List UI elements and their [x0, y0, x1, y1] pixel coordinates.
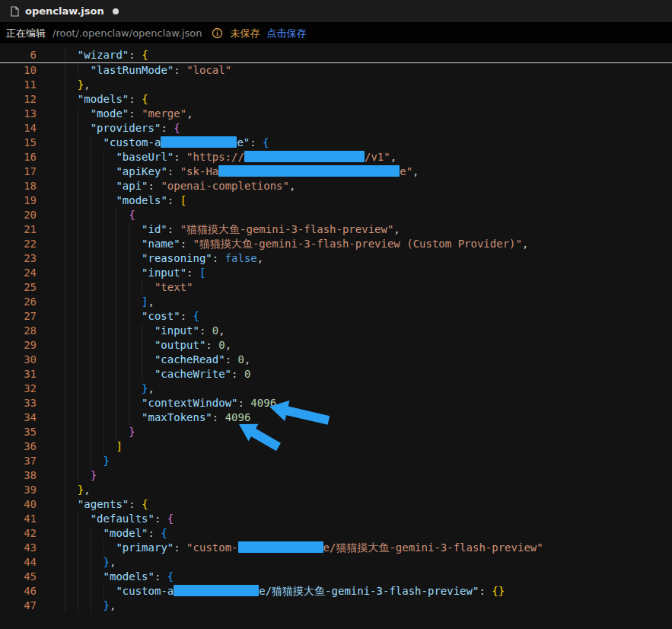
code-line[interactable]: 26], [0, 295, 672, 309]
code-line[interactable]: 21"id": "猫猫摸大鱼-gemini-3-flash-preview", [0, 222, 672, 237]
code-token: : [479, 585, 492, 597]
code-token: ] [116, 440, 122, 452]
indent-guide [91, 193, 104, 208]
unsaved-dot-icon [113, 8, 119, 14]
code-line[interactable]: 41"defaults": { [0, 512, 672, 526]
code-editor[interactable]: 6"wizard": { 10"lastRunMode": "local"11}… [0, 43, 672, 613]
indent-guide [91, 367, 104, 382]
indent-guide [65, 251, 78, 266]
redaction-block [244, 151, 365, 162]
code-line[interactable]: 43"primary": "custom-e/猫猫摸大鱼-gemini-3-fl… [0, 541, 672, 555]
code-token: , [257, 252, 263, 264]
code-line[interactable]: 24"input": [ [0, 266, 672, 280]
code-line[interactable]: 44}, [0, 555, 672, 570]
code-token: "id" [142, 223, 167, 235]
code-line[interactable]: 36] [0, 439, 672, 454]
code-line[interactable]: 25"text" [0, 280, 672, 295]
code-token: "baseUrl" [116, 151, 174, 163]
code-token: {} [492, 585, 505, 597]
code-text: "primary": "custom-e/猫猫摸大鱼-gemini-3-flas… [65, 541, 543, 555]
indent-guide [142, 367, 154, 382]
indent-guide [91, 570, 104, 584]
code-line[interactable]: 38} [0, 468, 672, 483]
indent-guide [129, 353, 142, 367]
code-line[interactable]: 17"apiKey": "sk-Hae", [0, 164, 672, 179]
code-line[interactable]: 6"wizard": { [0, 48, 672, 62]
indent-guide [104, 396, 116, 410]
indent-guide [78, 410, 91, 425]
code-token: "output" [154, 339, 205, 351]
code-text: "input": [ [65, 266, 205, 280]
code-text: }, [65, 555, 116, 570]
code-line[interactable]: 28"input": 0, [0, 324, 672, 338]
indent-guide [65, 526, 78, 541]
code-line[interactable]: 34"maxTokens": 4096 [0, 410, 672, 425]
code-token: , [148, 295, 154, 308]
code-text: } [65, 454, 110, 468]
code-line[interactable]: 35} [0, 425, 672, 439]
code-line[interactable]: 11}, [0, 78, 672, 92]
indent-guide [129, 382, 142, 396]
code-line[interactable]: 20{ [0, 208, 672, 222]
code-text: "cacheWrite": 0 [65, 367, 250, 382]
line-number: 13 [0, 107, 37, 121]
indent-guide [65, 497, 78, 512]
code-line[interactable]: 18"api": "openai-completions", [0, 179, 672, 193]
code-text: "lastRunMode": "local" [65, 63, 231, 78]
indent-guide [129, 396, 142, 410]
code-line[interactable]: 37} [0, 454, 672, 468]
code-line[interactable]: 42"model": { [0, 526, 672, 541]
indent-guide [129, 367, 142, 382]
code-line[interactable]: 29"output": 0, [0, 338, 672, 353]
code-line[interactable]: 46"custom-ae/猫猫摸大鱼-gemini-3-flash-previe… [0, 584, 672, 599]
code-token: : [205, 339, 218, 351]
code-line[interactable]: 32}, [0, 382, 672, 396]
code-line[interactable]: 14"providers": { [0, 121, 672, 136]
code-line[interactable]: 10"lastRunMode": "local" [0, 63, 672, 78]
code-text: "defaults": { [65, 512, 174, 526]
code-text: "model": { [65, 526, 167, 541]
code-text: "agents": { [65, 497, 148, 512]
code-line[interactable]: 12"models": { [0, 92, 672, 107]
indent-guide [91, 222, 104, 237]
indent-guide [78, 251, 91, 266]
indent-guide [91, 179, 104, 193]
code-line[interactable]: 22"name": "猫猫摸大鱼-gemini-3-flash-preview … [0, 237, 672, 251]
line-number: 16 [0, 150, 37, 164]
code-line[interactable]: 27"cost": { [0, 309, 672, 324]
indent-guide [142, 280, 154, 295]
code-line[interactable]: 15"custom-ae": { [0, 136, 672, 150]
code-text: "baseUrl": "https:///v1", [65, 150, 397, 164]
code-token: : [154, 570, 167, 583]
code-line[interactable]: 31"cacheWrite": 0 [0, 367, 672, 382]
indent-guide [91, 295, 104, 309]
indent-guide [65, 92, 78, 107]
code-line[interactable]: 47}, [0, 599, 672, 613]
indent-guide [104, 150, 116, 164]
indent-guide [65, 410, 78, 425]
code-line[interactable]: 19"models": [ [0, 193, 672, 208]
code-line[interactable]: 45"models": { [0, 570, 672, 584]
indent-guide [104, 237, 116, 251]
indent-guide [78, 208, 91, 222]
code-token: "custom-a [104, 136, 161, 148]
code-line[interactable]: 23"reasoning": false, [0, 251, 672, 266]
code-line[interactable]: 39}, [0, 483, 672, 497]
indent-guide [116, 237, 129, 251]
code-token: "models" [104, 570, 154, 583]
code-token: "openai-completions" [161, 180, 289, 192]
indent-guide [78, 63, 91, 78]
code-token: { [161, 527, 167, 539]
indent-guide [129, 295, 142, 309]
tab-openclaw-json[interactable]: openclaw.json [0, 0, 128, 22]
code-line[interactable]: 40"agents": { [0, 497, 672, 512]
code-line[interactable]: 16"baseUrl": "https:///v1", [0, 150, 672, 164]
indent-guide [91, 584, 104, 599]
code-token: "sk-Ha [180, 165, 219, 177]
line-number: 15 [0, 136, 37, 150]
code-line[interactable]: 13"mode": "merge", [0, 107, 672, 121]
code-line[interactable]: 30"cacheRead": 0, [0, 353, 672, 367]
indent-guide [65, 599, 78, 613]
code-line[interactable]: 33"contextWindow": 4096, [0, 396, 672, 410]
save-link[interactable]: 点击保存 [266, 27, 306, 40]
